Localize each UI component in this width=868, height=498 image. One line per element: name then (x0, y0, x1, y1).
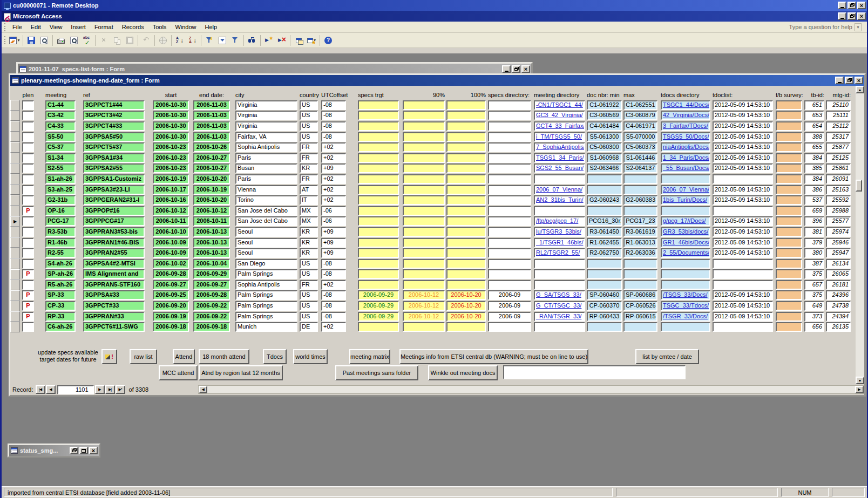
cell-tb[interactable]: 659 (804, 206, 824, 216)
meet_dir-link[interactable]: _1/TSGR1_46bis/ (536, 239, 583, 245)
cell-specs[interactable] (358, 142, 399, 152)
mcc-attend-button[interactable]: MCC attend (159, 365, 198, 380)
cell-specs_dir[interactable]: 2006-09 (488, 301, 531, 311)
cell-tb[interactable]: 537 (804, 195, 824, 205)
cell-meet_dir[interactable] (534, 206, 585, 216)
cell-plen[interactable]: P (22, 312, 34, 322)
cell-country[interactable]: AT (300, 185, 318, 195)
cell-country[interactable]: FR (300, 142, 318, 152)
cell-tdocs_dir[interactable] (661, 174, 710, 184)
meet_dir-link[interactable]: SGS2_55_Busan/ (536, 165, 584, 171)
cell-fb[interactable] (776, 322, 802, 332)
cell-tdoclist[interactable]: 2012-05-09 14:53:10 (713, 195, 773, 205)
menu-file[interactable]: File (8, 22, 26, 32)
cell-end[interactable]: 2006-09-29 (193, 269, 230, 279)
cell-plen[interactable] (22, 142, 34, 152)
cell-specs_dir[interactable] (488, 259, 531, 269)
cell-utc[interactable]: -08 (321, 100, 346, 110)
cell-p90[interactable] (403, 206, 445, 216)
cell-p100[interactable]: 2006-10-20 (446, 301, 486, 311)
cell-country[interactable]: US (300, 301, 318, 311)
cell-end[interactable]: 2006-11-03 (193, 111, 230, 120)
cell-specs[interactable]: 2006-09-29 (358, 290, 399, 300)
cell-specs[interactable] (358, 174, 399, 184)
cell-tdocs_dir[interactable]: 2_55/Documents/ (661, 248, 710, 258)
record-selector[interactable] (10, 121, 20, 132)
cell-meeting[interactable]: S3-ah-25 (45, 185, 76, 195)
cell-mtg[interactable]: 25111 (826, 111, 851, 120)
raw-list-button[interactable]: raw list (130, 349, 157, 364)
database-window-icon[interactable] (292, 34, 305, 47)
cell-tdoclist[interactable] (713, 174, 773, 184)
tdocs_dir-link[interactable]: 1bis_Turin/Docs/ (663, 196, 707, 203)
cell-plen[interactable] (22, 121, 34, 131)
cell-ref[interactable]: 3GPPRAN5-STF160 (83, 280, 145, 290)
cell-country[interactable]: US (300, 100, 318, 110)
cell-city[interactable]: Virginia (235, 100, 297, 110)
cell-meet_dir[interactable]: _1/TSGR1_46bis/ (534, 238, 585, 248)
cell-specs_dir[interactable] (488, 280, 531, 290)
cell-specs_dir[interactable] (488, 111, 531, 120)
cell-tdocs_dir[interactable]: TSGC1_44/Docs/ (661, 100, 710, 110)
cell-ref[interactable]: 3GPPRAN1#46-BIS (83, 238, 145, 248)
cell-utc[interactable]: +02 (321, 322, 346, 332)
cell-fb[interactable] (776, 301, 802, 311)
cell-meet_dir[interactable]: /ftp/pcg/pcg_17/ (534, 216, 585, 226)
cell-p90[interactable] (403, 227, 445, 237)
cell-end[interactable]: 2006-10-27 (193, 153, 230, 163)
cell-p100[interactable] (446, 227, 486, 237)
cell-utc[interactable]: -08 (321, 259, 346, 269)
cell-doc_min[interactable] (587, 174, 622, 184)
cell-start[interactable]: 2006-10-30 (153, 111, 189, 120)
cell-meeting[interactable]: OP-16 (45, 206, 76, 216)
cell-utc[interactable]: -08 (321, 111, 346, 120)
cell-p100[interactable] (446, 142, 486, 152)
cell-ref[interactable]: 3GPPOP#16 (83, 206, 145, 216)
cell-specs_dir[interactable] (488, 132, 531, 142)
record-selector[interactable] (10, 311, 20, 322)
access-minimize-button[interactable] (838, 12, 846, 20)
cell-p100[interactable]: 2006-10-20 (446, 312, 486, 322)
cell-ref[interactable]: 3GPPPCG#17 (83, 216, 145, 226)
cell-doc_max[interactable] (623, 280, 657, 290)
meet_dir-link[interactable]: TSGS1_34_Paris/ (536, 154, 584, 161)
cell-tdoclist[interactable]: 2012-05-09 14:53:10 (713, 238, 773, 248)
cell-specs[interactable] (358, 132, 399, 142)
cell-doc_max[interactable]: C4-061971 (623, 121, 657, 131)
cell-utc[interactable]: +09 (321, 248, 346, 258)
form-restore-button[interactable] (845, 77, 853, 84)
cell-plen[interactable] (22, 227, 34, 237)
cell-country[interactable]: KR (300, 227, 318, 237)
scroll-up-icon[interactable]: ▲ (856, 86, 864, 93)
dropdown-arrow-icon[interactable]: ▾ (17, 38, 19, 43)
cell-meeting[interactable]: SP-ah-26 (45, 269, 76, 279)
form-minimize-button[interactable] (835, 77, 844, 84)
tdocs_dir-link[interactable]: _55_Busan/Docs/ (663, 165, 710, 171)
cell-utc[interactable]: -08 (321, 121, 346, 131)
record-selector[interactable] (10, 279, 20, 290)
cell-city[interactable]: Seoul (235, 238, 297, 248)
cell-end[interactable]: 2006-10-11 (193, 216, 230, 226)
cell-end[interactable]: 2006-10-20 (193, 174, 230, 184)
menu-view[interactable]: View (45, 22, 67, 32)
cell-mtg[interactable]: 25592 (826, 195, 851, 205)
cell-fb[interactable] (776, 121, 802, 131)
cell-start[interactable]: 2006-09-19 (153, 312, 189, 322)
cell-meet_dir[interactable] (534, 174, 585, 184)
cell-plen[interactable]: P (22, 290, 34, 300)
cell-start[interactable]: 2006-10-09 (153, 238, 189, 248)
help-dropdown-icon[interactable]: ▾ (855, 23, 862, 31)
meet_dir-link[interactable]: _RAN/TSGR_33/ (536, 313, 581, 319)
cell-p100[interactable] (446, 132, 486, 142)
cell-meeting[interactable]: S2-55 (45, 163, 76, 173)
record-selector[interactable] (10, 174, 20, 185)
cell-specs[interactable] (358, 206, 399, 216)
cell-mtg[interactable]: 24738 (826, 301, 851, 311)
record-selector[interactable] (10, 153, 20, 163)
cell-doc_min[interactable]: R1-062455 (587, 238, 622, 248)
cell-tdocs_dir[interactable]: /TSGS_33/Docs/ (661, 290, 710, 300)
cell-specs[interactable] (358, 238, 399, 248)
cell-doc_max[interactable]: CP-060526 (623, 301, 657, 311)
cell-p100[interactable] (446, 206, 486, 216)
cell-meet_dir[interactable]: GC3_42_Virginia/ (534, 111, 585, 120)
